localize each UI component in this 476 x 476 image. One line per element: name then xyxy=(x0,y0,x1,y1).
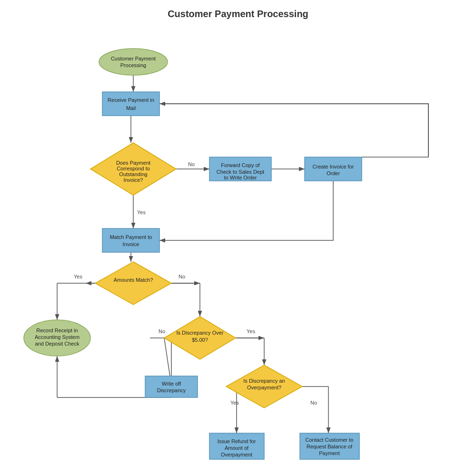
node-start-label: Customer Payment xyxy=(111,56,156,61)
node-record-label3: and Deposit Check xyxy=(35,341,79,347)
node-record-label1: Record Receipt in xyxy=(36,327,78,333)
label-no1: No xyxy=(188,161,195,167)
node-start-label2: Processing xyxy=(120,62,146,68)
node-forward-label2: Check to Sales Dept xyxy=(217,169,264,175)
node-match-label1: Match Payment to xyxy=(110,234,152,240)
node-decision1-label1: Does Payment xyxy=(116,160,150,166)
label-no2: No xyxy=(178,274,185,279)
label-yes1: Yes xyxy=(137,209,146,215)
node-decision4-label1: Is Discrepancy an xyxy=(243,378,285,384)
node-receive xyxy=(102,92,159,116)
node-contact-label3: Payment xyxy=(319,450,339,456)
label-yes3: Yes xyxy=(247,328,255,334)
node-match-label2: Invoice xyxy=(123,241,139,247)
node-createinvoice-label2: Order xyxy=(327,170,340,176)
node-receive-label2: Mail xyxy=(126,105,136,111)
node-decision3-label1: Is Discrepancy Over xyxy=(176,330,223,336)
node-decision2 xyxy=(95,262,171,305)
node-contact-label1: Contact Customer to xyxy=(306,437,354,443)
label-yes4: Yes xyxy=(230,400,239,406)
label-no4: No xyxy=(310,400,317,406)
node-decision1-label2: Correspond to xyxy=(117,166,150,171)
node-writeoff-label1: Write off xyxy=(162,381,181,387)
node-record-label2: Accounting System xyxy=(35,334,79,340)
node-writeoff xyxy=(145,376,198,397)
node-decision1-label3: Outstanding xyxy=(119,171,147,177)
label-yes2: Yes xyxy=(74,274,82,279)
node-decision2-label1: Amounts Match? xyxy=(114,277,153,283)
node-refund-label1: Issue Refund for xyxy=(218,438,256,444)
node-contact-label2: Request Balance of xyxy=(307,444,353,449)
node-writeoff-label2: Discrepancy xyxy=(157,387,186,393)
node-decision1-label4: Invoice? xyxy=(124,177,143,183)
node-refund-label2: Amount of xyxy=(225,445,249,451)
node-refund-label3: Overpayment xyxy=(221,452,252,457)
node-forward-label3: to Write Order xyxy=(224,175,257,180)
diagram-container: Customer Payment Processing No Yes xyxy=(0,0,476,476)
label-no3: No xyxy=(159,328,165,334)
node-decision3-label2: $5.00? xyxy=(192,337,208,343)
node-decision4-label2: Overpayment? xyxy=(247,385,281,390)
flowchart: No Yes Yes No No Yes xyxy=(0,0,476,476)
node-forward-label1: Forward Copy of xyxy=(221,162,260,168)
node-match xyxy=(102,228,159,252)
node-createinvoice-label1: Create Invoice for xyxy=(313,164,354,169)
node-receive-label: Receive Payment in xyxy=(108,97,154,103)
